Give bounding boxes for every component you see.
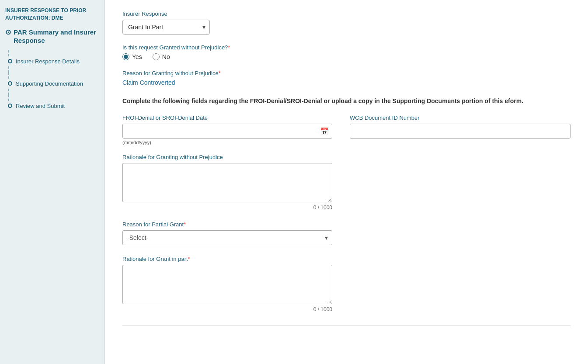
rationale-grant-in-part-label: Rationale for Grant in part* bbox=[122, 256, 571, 262]
sidebar-nav-group: Insurer Response Details Supporting Docu… bbox=[8, 50, 99, 111]
insurer-response-select-wrapper[interactable]: Grant In Part Grant Deny bbox=[122, 20, 210, 35]
wcb-document-label: WCB Document ID Number bbox=[350, 114, 571, 121]
rationale-granting-section: Rationale for Granting without Prejudice… bbox=[122, 154, 571, 211]
dashed-connector-1 bbox=[8, 50, 9, 56]
granted-without-prejudice-radio-group: Yes No bbox=[122, 53, 571, 60]
main-content: Insurer Response Grant In Part Grant Den… bbox=[105, 0, 588, 364]
reason-partial-grant-section: Reason for Partial Grant* -Select- bbox=[122, 221, 571, 245]
dashed-connector-4 bbox=[8, 89, 9, 95]
dashed-connector-3 bbox=[8, 73, 9, 79]
reason-partial-grant-select[interactable]: -Select- bbox=[122, 230, 332, 245]
radio-yes-label[interactable]: Yes bbox=[122, 53, 142, 60]
rationale-granting-char-count: 0 / 1000 bbox=[122, 205, 332, 211]
required-star-3: * bbox=[184, 221, 186, 228]
froi-denial-date-label: FROI-Denial or SROI-Denial Date bbox=[122, 114, 332, 121]
info-block: Complete the following fields regarding … bbox=[122, 97, 551, 106]
sidebar: INSURER RESPONSE TO PRIOR AUTHORIZATION:… bbox=[0, 0, 105, 364]
reason-partial-grant-select-wrapper[interactable]: -Select- bbox=[122, 230, 332, 245]
froi-denial-date-wrapper: 📅 bbox=[122, 124, 332, 139]
reason-partial-grant-label: Reason for Partial Grant* bbox=[122, 221, 571, 228]
insurer-response-select[interactable]: Grant In Part Grant Deny bbox=[122, 20, 210, 35]
froi-denial-date-col: FROI-Denial or SROI-Denial Date 📅 (mm/dd… bbox=[122, 114, 332, 145]
rationale-grant-in-part-section: Rationale for Grant in part* 0 / 1000 bbox=[122, 256, 571, 312]
rationale-granting-label: Rationale for Granting without Prejudice bbox=[122, 154, 571, 160]
wcb-document-input[interactable] bbox=[350, 124, 571, 139]
nav-label-3: Review and Submit bbox=[16, 103, 65, 109]
dashed-connector-2 bbox=[8, 66, 9, 73]
reason-for-granting-section: Reason for Granting without Prejudice* C… bbox=[122, 70, 571, 86]
froi-denial-date-hint: (mm/dd/yyyy) bbox=[122, 140, 332, 145]
dashed-connector-5 bbox=[8, 95, 9, 101]
sidebar-header: INSURER RESPONSE TO PRIOR AUTHORIZATION:… bbox=[5, 7, 99, 22]
insurer-response-section: Insurer Response Grant In Part Grant Den… bbox=[122, 10, 571, 35]
active-bullet: ⊙ bbox=[5, 28, 11, 37]
nav-bullet-2 bbox=[8, 81, 12, 86]
sidebar-item-supporting-documentation[interactable]: Supporting Documentation bbox=[8, 80, 99, 88]
required-star-1: * bbox=[228, 44, 230, 51]
nav-bullet-1 bbox=[8, 59, 12, 63]
rationale-granting-textarea[interactable] bbox=[122, 163, 332, 202]
radio-yes-text: Yes bbox=[132, 53, 142, 60]
reason-for-granting-label: Reason for Granting without Prejudice* bbox=[122, 70, 571, 76]
sidebar-item-insurer-response-details[interactable]: Insurer Response Details bbox=[8, 57, 99, 66]
required-star-2: * bbox=[219, 70, 221, 76]
wcb-document-col: WCB Document ID Number bbox=[350, 114, 571, 139]
nav-bullet-3 bbox=[8, 104, 12, 108]
radio-no-label[interactable]: No bbox=[153, 53, 170, 60]
date-wcb-row: FROI-Denial or SROI-Denial Date 📅 (mm/dd… bbox=[122, 114, 571, 145]
sidebar-item-review-submit[interactable]: Review and Submit bbox=[8, 102, 99, 110]
insurer-response-label: Insurer Response bbox=[122, 10, 571, 17]
sidebar-active-section[interactable]: ⊙ PAR Summary and Insurer Response bbox=[5, 28, 99, 45]
claim-controverted-link[interactable]: Claim Controverted bbox=[122, 79, 175, 86]
nav-label-1: Insurer Response Details bbox=[16, 58, 80, 65]
nav-label-2: Supporting Documentation bbox=[16, 80, 83, 87]
froi-denial-date-input[interactable] bbox=[122, 124, 332, 139]
radio-yes-input[interactable] bbox=[122, 53, 129, 60]
rationale-grant-in-part-char-count: 0 / 1000 bbox=[122, 306, 332, 312]
granted-without-prejudice-label: Is this request Granted without Prejudic… bbox=[122, 44, 571, 51]
rationale-grant-in-part-textarea[interactable] bbox=[122, 265, 332, 304]
granted-without-prejudice-section: Is this request Granted without Prejudic… bbox=[122, 44, 571, 60]
radio-no-input[interactable] bbox=[153, 53, 160, 60]
active-section-label: PAR Summary and Insurer Response bbox=[14, 28, 99, 45]
required-star-4: * bbox=[188, 256, 190, 262]
bottom-border bbox=[122, 326, 571, 326]
radio-no-text: No bbox=[162, 53, 170, 60]
